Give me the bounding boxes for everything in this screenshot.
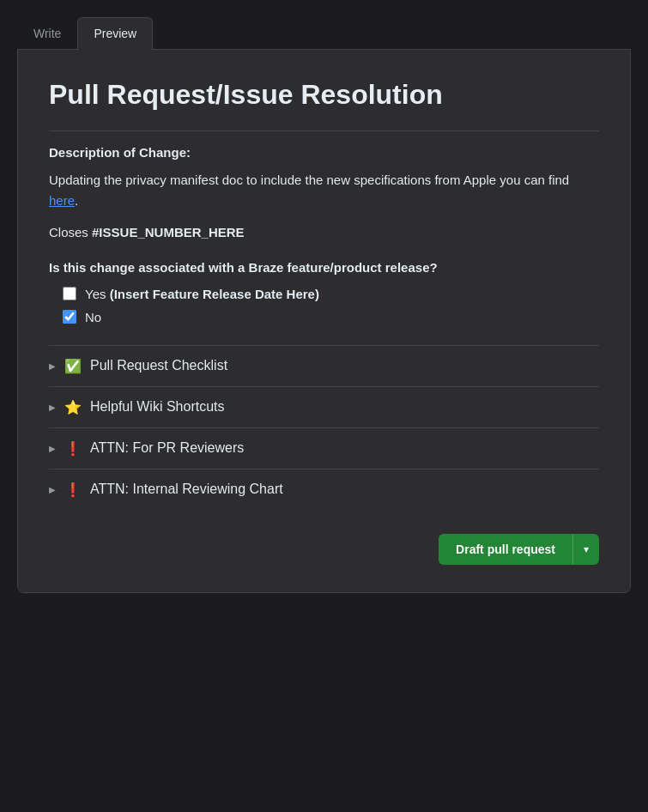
closes-label: Closes [49, 225, 88, 239]
triangle-icon-2: ▶ [49, 403, 56, 412]
tab-write[interactable]: Write [17, 17, 77, 49]
draft-pull-request-button[interactable]: Draft pull request [439, 534, 573, 565]
feature-question: Is this change associated with a Braze f… [49, 260, 599, 275]
collapsible-pr-checklist[interactable]: ▶ ✅ Pull Request Checklist [49, 346, 599, 386]
page-title: Pull Request/Issue Resolution [49, 77, 599, 113]
collapsible-attn-chart[interactable]: ▶ ❗ ATTN: Internal Reviewing Chart [49, 469, 599, 510]
attn-chart-label: ATTN: Internal Reviewing Chart [90, 482, 283, 497]
description-body: Updating the privacy manifest doc to inc… [49, 170, 599, 211]
pr-checklist-emoji: ✅ [64, 358, 82, 374]
checkbox-yes-detail: (Insert Feature Release Date Here) [110, 287, 319, 301]
checkbox-yes-label: Yes (Insert Feature Release Date Here) [85, 287, 319, 301]
main-container: Write Preview Pull Request/Issue Resolut… [17, 17, 631, 593]
checkbox-yes-item: Yes (Insert Feature Release Date Here) [63, 287, 599, 301]
bottom-bar: Draft pull request ▾ [49, 520, 599, 565]
attn-reviewers-label: ATTN: For PR Reviewers [90, 440, 244, 456]
checkbox-yes[interactable] [63, 287, 76, 300]
collapsible-sections: ▶ ✅ Pull Request Checklist ▶ ⭐ Helpful W… [49, 345, 599, 510]
checkbox-no[interactable] [63, 310, 76, 324]
period: . [75, 193, 78, 208]
tab-preview[interactable]: Preview [77, 17, 153, 50]
divider-1 [49, 130, 599, 131]
triangle-icon-4: ▶ [49, 485, 56, 494]
draft-dropdown-arrow-button[interactable]: ▾ [573, 534, 599, 565]
checkbox-no-label: No [85, 310, 101, 324]
attn-reviewers-emoji: ❗ [64, 440, 82, 457]
wiki-shortcuts-label: Helpful Wiki Shortcuts [90, 399, 225, 415]
triangle-icon-3: ▶ [49, 444, 56, 453]
collapsible-attn-reviewers[interactable]: ▶ ❗ ATTN: For PR Reviewers [49, 427, 599, 469]
description-label: Description of Change: [49, 145, 599, 160]
collapsible-wiki-shortcuts[interactable]: ▶ ⭐ Helpful Wiki Shortcuts [49, 386, 599, 427]
content-area: Pull Request/Issue Resolution Descriptio… [17, 50, 631, 593]
issue-number: #ISSUE_NUMBER_HERE [92, 225, 245, 239]
here-link[interactable]: here [49, 193, 75, 208]
checkbox-group: Yes (Insert Feature Release Date Here) N… [63, 287, 599, 324]
tab-bar: Write Preview [17, 17, 631, 50]
checkbox-no-item: No [63, 310, 599, 324]
closes-text: Closes #ISSUE_NUMBER_HERE [49, 225, 599, 239]
description-text-before-link: Updating the privacy manifest doc to inc… [49, 173, 569, 187]
draft-button-group: Draft pull request ▾ [439, 534, 599, 565]
chevron-down-icon: ▾ [584, 543, 589, 555]
pr-checklist-label: Pull Request Checklist [90, 358, 227, 373]
wiki-shortcuts-emoji: ⭐ [64, 399, 82, 415]
triangle-icon-1: ▶ [49, 361, 56, 371]
attn-chart-emoji: ❗ [64, 482, 82, 498]
